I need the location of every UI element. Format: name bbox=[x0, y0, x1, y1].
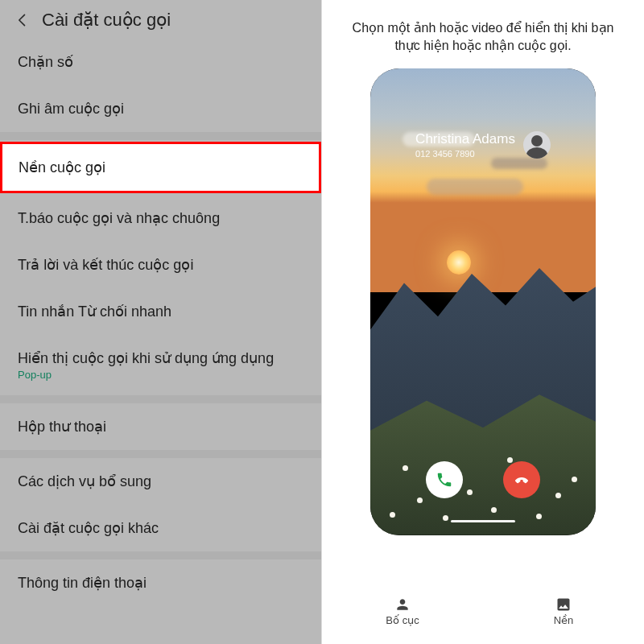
call-background-panel: Chọn một ảnh hoặc video để hiển thị khi … bbox=[322, 0, 644, 644]
settings-item-about-phone[interactable]: Thông tin điện thoại bbox=[0, 559, 321, 606]
settings-item-quick-decline[interactable]: Tin nhắn Từ chối nhanh bbox=[0, 288, 321, 335]
settings-item-record-calls[interactable]: Ghi âm cuộc gọi bbox=[0, 85, 321, 132]
settings-item-subtext: Pop-up bbox=[18, 369, 303, 381]
call-buttons bbox=[370, 461, 596, 498]
image-icon bbox=[555, 597, 572, 613]
settings-item-show-while-using-apps[interactable]: Hiển thị cuộc gọi khi sử dụng ứng dụng P… bbox=[0, 335, 321, 395]
settings-item-call-background[interactable]: Nền cuộc gọi bbox=[0, 142, 321, 193]
settings-item-answer-end[interactable]: Trả lời và kết thúc cuộc gọi bbox=[0, 242, 321, 288]
settings-list: Chặn số Ghi âm cuộc gọi Nền cuộc gọi T.b… bbox=[0, 39, 321, 606]
tab-label: Bố cục bbox=[386, 614, 419, 626]
caller-name: Christina Adams bbox=[415, 131, 515, 147]
group-divider bbox=[0, 132, 321, 140]
tab-background[interactable]: Nền bbox=[483, 597, 644, 626]
group-divider bbox=[0, 551, 321, 559]
home-indicator bbox=[451, 520, 515, 522]
decline-call-button[interactable] bbox=[503, 461, 540, 498]
settings-header: Cài đặt cuộc gọi bbox=[0, 0, 321, 39]
group-divider bbox=[0, 450, 321, 458]
avatar bbox=[523, 131, 551, 159]
person-icon bbox=[394, 597, 411, 613]
phone-icon bbox=[436, 471, 453, 489]
group-divider bbox=[0, 395, 321, 403]
back-icon[interactable] bbox=[14, 12, 31, 28]
caller-number: 012 3456 7890 bbox=[415, 149, 515, 159]
tab-label: Nền bbox=[554, 614, 574, 626]
instruction-text: Chọn một ảnh hoặc video để hiển thị khi … bbox=[322, 0, 644, 64]
bottom-tabs: Bố cục Nền bbox=[322, 592, 644, 644]
settings-item-supplementary-services[interactable]: Các dịch vụ bổ sung bbox=[0, 458, 321, 505]
phone-down-icon bbox=[513, 471, 530, 489]
settings-item-other-call-settings[interactable]: Cài đặt cuộc gọi khác bbox=[0, 505, 321, 551]
settings-title: Cài đặt cuộc gọi bbox=[42, 10, 171, 31]
phone-preview[interactable]: Christina Adams 012 3456 7890 bbox=[370, 68, 596, 535]
caller-info: Christina Adams 012 3456 7890 bbox=[370, 131, 596, 159]
settings-item-voicemail[interactable]: Hộp thư thoại bbox=[0, 403, 321, 450]
settings-item-alerts-ringtones[interactable]: T.báo cuộc gọi và nhạc chuông bbox=[0, 195, 321, 242]
settings-item-label: Hiển thị cuộc gọi khi sử dụng ứng dụng bbox=[18, 350, 274, 366]
settings-panel: Cài đặt cuộc gọi Chặn số Ghi âm cuộc gọi… bbox=[0, 0, 322, 644]
accept-call-button[interactable] bbox=[426, 461, 463, 498]
settings-item-block-numbers[interactable]: Chặn số bbox=[0, 39, 321, 85]
tab-layout[interactable]: Bố cục bbox=[322, 597, 483, 626]
